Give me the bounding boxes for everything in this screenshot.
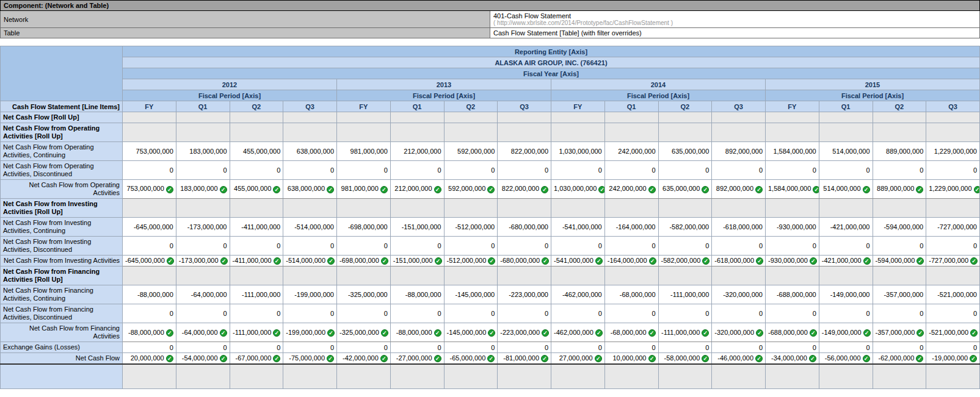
value-cell: 0 — [604, 161, 658, 180]
row-label: Net Cash Flow from Operating Activities — [1, 180, 123, 199]
value-cell: 638,000,000 — [283, 142, 337, 161]
year-header-2014: 2014 — [551, 79, 766, 90]
network-value-cell: 401-Cash Flow Statement ( http://www.xbr… — [490, 11, 980, 28]
empty-cell — [498, 266, 551, 285]
value-cell: 0 — [337, 161, 391, 180]
empty-cell — [926, 123, 980, 142]
value-cell: 0 — [498, 237, 551, 256]
empty-cell — [230, 199, 283, 218]
check-icon: ✓ — [810, 257, 817, 265]
network-url-link[interactable]: ( http://www.xbrlsite.com/2014/Prototype… — [493, 20, 976, 26]
value-cell: 0 — [283, 161, 337, 180]
empty-cell — [658, 266, 712, 285]
value-cell: 753,000,000 — [123, 142, 176, 161]
row-label — [1, 364, 123, 388]
check-icon: ✓ — [648, 329, 656, 337]
value-cell: -34,000,000✓ — [766, 353, 819, 365]
value-cell: 0 — [444, 237, 498, 256]
value-text: 455,000,000 — [234, 185, 271, 192]
empty-cell — [123, 364, 176, 388]
value-cell: -357,000,000✓ — [873, 323, 926, 342]
value-text: -62,000,000 — [879, 354, 915, 362]
empty-cell — [658, 364, 712, 388]
value-cell: -582,000,000 — [658, 218, 712, 237]
value-cell: 892,000,000✓ — [712, 180, 766, 199]
empty-cell — [926, 199, 980, 218]
value-text: -727,000,000 — [929, 257, 968, 264]
value-cell: -688,000,000 — [766, 285, 819, 304]
empty-cell — [819, 199, 873, 218]
value-cell: -325,000,000 — [337, 285, 391, 304]
value-text: -75,000,000 — [289, 354, 325, 362]
empty-cell — [123, 199, 176, 218]
year-header-2013: 2013 — [337, 79, 551, 90]
empty-cell — [283, 364, 337, 388]
empty-cell — [283, 199, 337, 218]
value-cell: 0 — [551, 304, 605, 323]
value-cell: 0 — [873, 161, 926, 180]
reporting-entity-axis-header: Reporting Entity [Axis] — [123, 46, 980, 57]
value-cell: 0 — [337, 304, 391, 323]
value-cell: 1,229,000,000 — [926, 142, 980, 161]
value-text: -19,000,000 — [932, 354, 968, 362]
value-cell: 0 — [176, 161, 230, 180]
value-cell: -199,000,000✓ — [283, 323, 337, 342]
value-text: 212,000,000 — [394, 185, 432, 192]
value-cell: -149,000,000 — [819, 285, 873, 304]
value-cell: -320,000,000✓ — [712, 323, 766, 342]
empty-cell — [873, 123, 926, 142]
value-cell: 455,000,000 — [230, 142, 283, 161]
empty-cell — [498, 364, 551, 388]
empty-cell — [283, 266, 337, 285]
value-cell: -618,000,000 — [712, 218, 766, 237]
value-cell: 10,000,000✓ — [604, 353, 658, 365]
table-label: Table — [1, 28, 490, 38]
check-icon: ✓ — [487, 355, 495, 362]
line-items-header: Cash Flow Statement [Line Items] — [1, 101, 123, 112]
value-cell: 0 — [444, 304, 498, 323]
value-cell: 212,000,000 — [390, 142, 444, 161]
value-cell: 0 — [658, 342, 712, 353]
row-label: Net Cash Flow from Financing Activities,… — [1, 304, 123, 323]
check-icon: ✓ — [166, 329, 173, 337]
value-cell: 0 — [819, 342, 873, 353]
value-text: 10,000,000 — [612, 354, 646, 362]
value-cell: 242,000,000 — [604, 142, 658, 161]
value-text: -582,000,000 — [661, 257, 701, 264]
check-icon: ✓ — [702, 186, 709, 193]
value-cell: -582,000,000✓ — [658, 256, 712, 266]
value-text: -54,000,000 — [182, 354, 218, 362]
value-cell: 514,000,000✓ — [819, 180, 873, 199]
value-cell: 212,000,000✓ — [390, 180, 444, 199]
value-cell: -645,000,000 — [123, 218, 176, 237]
value-cell: -514,000,000✓ — [283, 256, 337, 266]
empty-cell — [873, 266, 926, 285]
empty-cell — [819, 123, 873, 142]
value-cell: 0 — [658, 161, 712, 180]
row-label: Net Cash Flow from Investing Activities,… — [1, 218, 123, 237]
value-cell: 0 — [873, 342, 926, 353]
value-cell: -68,000,000✓ — [604, 323, 658, 342]
value-cell: -145,000,000✓ — [444, 323, 498, 342]
row-label: Net Cash Flow from Investing Activities … — [1, 199, 123, 218]
value-cell: -75,000,000✓ — [283, 353, 337, 365]
empty-cell — [176, 112, 230, 123]
value-cell: 1,229,000,000✓ — [926, 180, 980, 199]
value-text: -512,000,000 — [447, 257, 487, 264]
empty-cell — [819, 112, 873, 123]
empty-cell — [712, 199, 766, 218]
empty-cell — [604, 123, 658, 142]
value-cell: -19,000,000✓ — [926, 353, 980, 365]
row-label: Exchange Gains (Losses) — [1, 342, 123, 353]
empty-cell — [551, 266, 605, 285]
empty-cell — [766, 364, 819, 388]
row-net-cash-flow-from-investing-activities: Net Cash Flow from Investing Activities-… — [1, 256, 980, 266]
value-cell: 0 — [766, 161, 819, 180]
value-cell: 0 — [176, 237, 230, 256]
value-text: -320,000,000 — [714, 329, 754, 336]
empty-cell — [498, 123, 551, 142]
value-cell: 0 — [766, 237, 819, 256]
value-cell: 1,584,000,000✓ — [766, 180, 819, 199]
cash-flow-statement-table: Reporting Entity [Axis] ALASKA AIR GROUP… — [0, 46, 980, 389]
value-text: -68,000,000 — [611, 329, 647, 336]
